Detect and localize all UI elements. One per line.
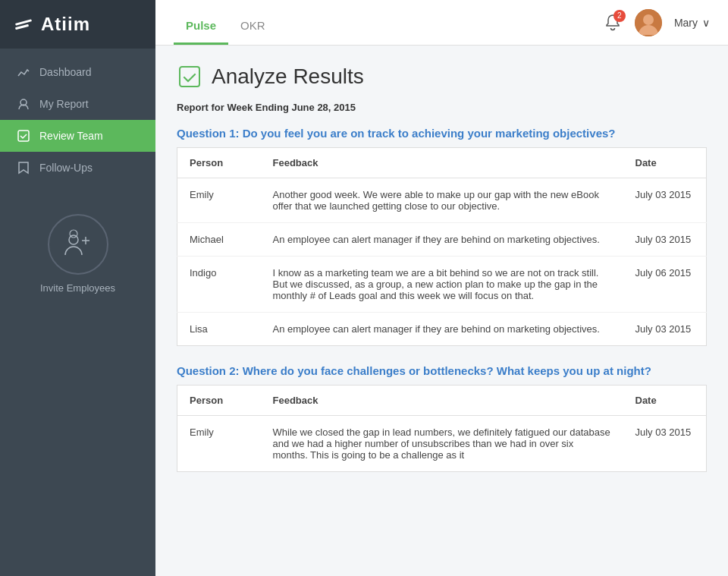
- dashboard-icon: [17, 65, 30, 79]
- header-right: 2 Mary ∨: [603, 9, 710, 36]
- chevron-down-icon: ∨: [702, 17, 710, 29]
- table-row: Emily While we closed the gap in lead nu…: [177, 416, 707, 472]
- table-row: Lisa An employee can alert manager if th…: [177, 313, 707, 346]
- col-header-date-1: Date: [623, 148, 707, 178]
- invite-employees-button[interactable]: [48, 214, 108, 275]
- follow-ups-icon: [17, 161, 30, 175]
- feedback-table-2: Person Feedback Date Emily While we clos…: [177, 385, 707, 472]
- sidebar-item-review-team[interactable]: Review Team: [0, 120, 155, 152]
- page-title-row: Analyze Results: [177, 64, 707, 90]
- sidebar-item-dashboard[interactable]: Dashboard: [0, 56, 155, 88]
- my-report-icon: [17, 97, 30, 111]
- header-tabs: Pulse OKR: [174, 0, 278, 45]
- logo-icon: [15, 21, 32, 28]
- col-header-feedback-2: Feedback: [261, 386, 623, 416]
- sidebar-nav: Dashboard My Report Review Team: [0, 56, 155, 184]
- header: Pulse OKR 2 Mary: [155, 0, 728, 46]
- feedback-table-1: Person Feedback Date Emily Another good …: [177, 147, 707, 346]
- col-header-feedback-1: Feedback: [261, 148, 623, 178]
- table-row: Emily Another good week. We were able to…: [177, 178, 707, 223]
- date-cell: July 03 2015: [623, 313, 707, 346]
- table-row: Indigo I know as a marketing team we are…: [177, 257, 707, 313]
- feedback-cell: I know as a marketing team we are a bit …: [261, 257, 623, 313]
- sidebar-item-follow-ups[interactable]: Follow-Ups: [0, 152, 155, 184]
- question-1-heading: Question 1: Do you feel you are on track…: [177, 127, 707, 140]
- logo-text: Atiim: [41, 14, 90, 35]
- sidebar-item-label: My Report: [39, 98, 89, 110]
- sidebar: Atiim Dashboard My Report: [0, 0, 155, 576]
- review-team-icon: [17, 129, 30, 143]
- avatar: [635, 9, 662, 36]
- svg-rect-9: [180, 67, 199, 87]
- sidebar-item-my-report[interactable]: My Report: [0, 88, 155, 120]
- invite-label: Invite Employees: [40, 282, 115, 294]
- sidebar-item-label: Dashboard: [39, 66, 92, 78]
- invite-section: Invite Employees: [40, 214, 115, 294]
- person-cell: Emily: [177, 416, 261, 472]
- feedback-cell: Another good week. We were able to make …: [261, 178, 623, 223]
- person-cell: Lisa: [177, 313, 261, 346]
- sidebar-item-label: Review Team: [39, 130, 103, 142]
- svg-rect-1: [18, 131, 29, 141]
- tab-pulse[interactable]: Pulse: [174, 0, 228, 45]
- svg-point-8: [643, 14, 654, 25]
- date-cell: July 03 2015: [623, 223, 707, 257]
- col-header-date-2: Date: [623, 386, 707, 416]
- logo[interactable]: Atiim: [0, 0, 155, 49]
- sidebar-item-label: Follow-Ups: [39, 162, 93, 174]
- col-header-person-1: Person: [177, 148, 261, 178]
- person-cell: Michael: [177, 223, 261, 257]
- analyze-icon: [177, 64, 202, 90]
- svg-marker-2: [19, 162, 28, 173]
- report-subtitle: Report for Week Ending June 28, 2015: [177, 102, 707, 113]
- feedback-cell: An employee can alert manager if they ar…: [261, 313, 623, 346]
- content-area: Analyze Results Report for Week Ending J…: [155, 46, 728, 576]
- date-cell: July 03 2015: [623, 416, 707, 472]
- col-header-person-2: Person: [177, 386, 261, 416]
- date-cell: July 03 2015: [623, 178, 707, 223]
- date-cell: July 06 2015: [623, 257, 707, 313]
- table-row: Michael An employee can alert manager if…: [177, 223, 707, 257]
- notification-badge: 2: [613, 10, 626, 22]
- person-cell: Emily: [177, 178, 261, 223]
- notification-bell[interactable]: 2: [603, 13, 623, 33]
- user-name: Mary: [674, 17, 698, 29]
- person-cell: Indigo: [177, 257, 261, 313]
- user-menu[interactable]: Mary ∨: [674, 17, 710, 29]
- page-title: Analyze Results: [212, 65, 364, 89]
- tab-okr[interactable]: OKR: [228, 0, 278, 45]
- svg-point-3: [69, 235, 78, 244]
- svg-point-4: [70, 230, 77, 238]
- main: Pulse OKR 2 Mary: [155, 0, 728, 576]
- question-2-heading: Question 2: Where do you face challenges…: [177, 364, 707, 377]
- feedback-cell: An employee can alert manager if they ar…: [261, 223, 623, 257]
- feedback-cell: While we closed the gap in lead numbers,…: [261, 416, 623, 472]
